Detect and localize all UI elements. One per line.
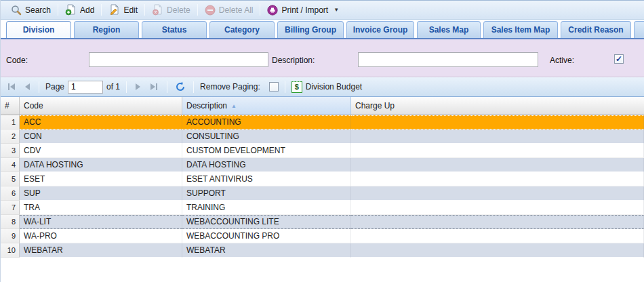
row-number-cell: 1: [1, 115, 20, 129]
tab-label: Billing Group: [285, 25, 336, 35]
first-page-button[interactable]: [5, 82, 18, 92]
code-cell: CDV: [20, 144, 182, 158]
row-number-cell: 7: [1, 201, 20, 215]
description-label: Description:: [272, 56, 315, 65]
delete-button[interactable]: Delete: [147, 3, 195, 17]
table-row[interactable]: 1 ACC ACCOUNTING: [1, 115, 644, 129]
remove-paging-checkbox[interactable]: [269, 82, 279, 92]
table-row[interactable]: 3 CDV CUSTOM DEVELOPMENT: [1, 144, 644, 158]
tab-billing-group[interactable]: Billing Group: [277, 21, 344, 38]
delete-all-button[interactable]: Delete All: [200, 3, 258, 17]
delete-button-label: Delete: [167, 5, 190, 15]
column-header-description[interactable]: Description ▲: [182, 97, 351, 115]
last-page-button[interactable]: [147, 82, 161, 92]
row-number-cell: 2: [1, 129, 20, 144]
description-cell: WEBACCOUNTING LITE: [182, 215, 351, 229]
tab-category[interactable]: Category: [209, 21, 275, 38]
tab-label: Category: [224, 25, 260, 35]
description-cell: WEBACCOUNTING PRO: [182, 229, 351, 243]
description-cell: SUPPORT: [182, 186, 351, 201]
tab-label: Region: [93, 25, 121, 35]
chevron-down-icon: ▼: [334, 7, 339, 13]
tab-sales-item-map[interactable]: Sales Item Map: [483, 21, 558, 38]
delete-icon: [152, 4, 163, 16]
charge-up-cell: [351, 201, 644, 215]
table-row[interactable]: 4 DATA HOSTING DATA HOSTING: [1, 158, 644, 172]
print-import-icon: [267, 5, 278, 16]
table-row[interactable]: 9 WA-PRO WEBACCOUNTING PRO: [1, 229, 644, 243]
division-budget-button[interactable]: Division Budget: [306, 82, 362, 92]
tab-sales-map[interactable]: Sales Map: [417, 21, 481, 38]
active-checkbox[interactable]: [614, 54, 624, 64]
code-cell: WA-LIT: [20, 215, 182, 229]
pager-separator: [167, 81, 167, 93]
remove-paging-label: Remove Paging:: [200, 82, 260, 92]
charge-up-cell: [351, 144, 644, 158]
row-number-cell: 10: [1, 243, 20, 258]
table-header: # Code Description ▲ Charge Up: [1, 97, 644, 115]
toolbar-separator: [197, 4, 198, 16]
code-cell: ACC: [20, 115, 182, 129]
code-cell: ESET: [20, 172, 182, 186]
description-cell: CONSULTING: [182, 129, 351, 144]
charge-up-cell: [351, 243, 644, 258]
charge-up-cell: [351, 115, 644, 129]
tab-credit-reason[interactable]: Credit Reason: [561, 21, 631, 38]
tab-label: Status: [162, 25, 187, 35]
table-row[interactable]: 8 WA-LIT WEBACCOUNTING LITE: [1, 215, 644, 229]
table-row[interactable]: 2 CON CONSULTING: [1, 129, 644, 144]
delete-all-icon: [205, 5, 216, 16]
tab-status[interactable]: Status: [142, 21, 207, 38]
description-cell: CUSTOM DEVELOPMENT: [182, 144, 351, 158]
toolbar: Search Add Edit: [1, 0, 644, 20]
refresh-icon[interactable]: [174, 81, 187, 92]
description-cell: ACCOUNTING: [182, 115, 351, 129]
table-row[interactable]: 10 WEBATAR WEBATAR: [1, 243, 644, 258]
tab-strip: DivisionRegionStatusCategoryBilling Grou…: [1, 20, 644, 39]
previous-page-button[interactable]: [22, 82, 33, 92]
tab-label: Division: [23, 25, 55, 35]
toolbar-separator: [58, 4, 58, 16]
table-row[interactable]: 6 SUP SUPPORT: [1, 186, 644, 201]
tab-sh[interactable]: Sh: [634, 21, 644, 38]
description-cell: TRAINING: [182, 201, 351, 215]
column-header-charge-up[interactable]: Charge Up: [351, 97, 644, 115]
next-page-button[interactable]: [133, 82, 144, 92]
search-button-label: Search: [25, 5, 51, 15]
add-icon: [65, 4, 77, 16]
tab-invoice-group[interactable]: Invoice Group: [346, 21, 414, 38]
toolbar-separator: [260, 4, 260, 16]
description-input[interactable]: [358, 52, 538, 67]
filter-panel: Code: Description: Active:: [1, 39, 644, 77]
search-button[interactable]: Search: [6, 3, 56, 17]
row-number-cell: 5: [1, 172, 20, 186]
tab-region[interactable]: Region: [74, 21, 139, 38]
print-import-button-label: Print / Import: [281, 5, 328, 15]
code-cell: DATA HOSTING: [20, 158, 182, 172]
code-input[interactable]: [89, 52, 268, 67]
add-button[interactable]: Add: [60, 3, 99, 17]
row-number-cell: 4: [1, 158, 20, 172]
column-header-number[interactable]: #: [1, 97, 20, 115]
pager-separator: [285, 81, 285, 93]
division-budget-icon: $: [291, 81, 302, 93]
print-import-button[interactable]: Print / Import ▼: [262, 3, 344, 17]
sort-ascending-icon: ▲: [231, 103, 237, 109]
code-cell: WA-PRO: [20, 229, 182, 243]
toolbar-separator: [144, 4, 145, 16]
table-row[interactable]: 7 TRA TRAINING: [1, 201, 644, 215]
column-header-code[interactable]: Code: [20, 97, 182, 115]
code-cell: SUP: [20, 186, 182, 201]
pager-separator: [39, 81, 39, 93]
code-cell: WEBATAR: [20, 243, 182, 258]
pager-separator: [193, 81, 194, 93]
tab-division[interactable]: Division: [6, 21, 71, 38]
pager-separator: [126, 81, 127, 93]
page-of-label: of 1: [106, 82, 120, 92]
add-button-label: Add: [80, 5, 94, 15]
tab-label: Credit Reason: [568, 25, 623, 35]
page-number-input[interactable]: [68, 81, 103, 94]
edit-icon: [108, 4, 120, 16]
table-row[interactable]: 5 ESET ESET ANTIVIRUS: [1, 172, 644, 186]
edit-button[interactable]: Edit: [104, 3, 142, 17]
